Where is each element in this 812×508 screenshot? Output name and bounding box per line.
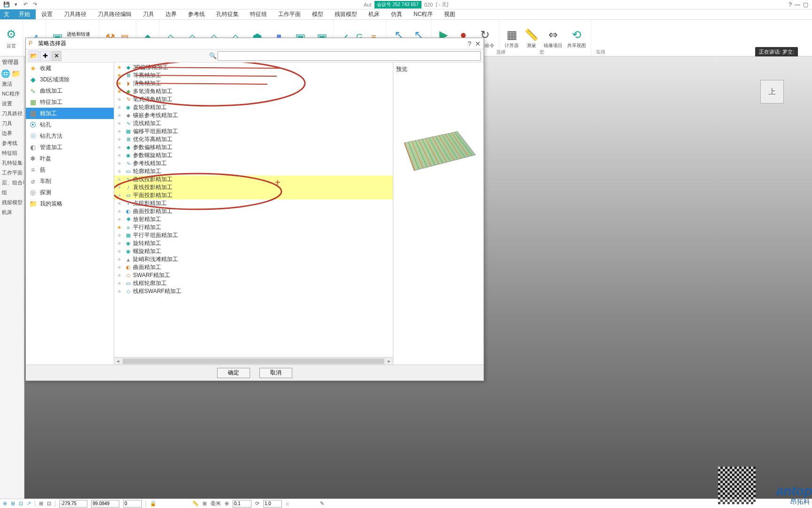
fav-star-icon[interactable]: ★ [117, 208, 124, 214]
strategy-item-26[interactable]: ★◇SWARF精加工 [114, 271, 393, 279]
fav-star-icon[interactable]: ★ [117, 224, 124, 230]
lock-icon[interactable]: 🔒 [150, 500, 156, 507]
fav-star-icon[interactable]: ★ [117, 232, 124, 238]
share-icon[interactable]: ⟲ [569, 27, 584, 42]
sidebar-item-5[interactable]: 边界 [0, 128, 24, 138]
sidebar-item-13[interactable]: 机床 [0, 207, 24, 217]
ruler-icon[interactable]: 📏 [192, 500, 199, 507]
category-item-5[interactable]: ⦿钻孔 [26, 119, 114, 130]
strategy-item-28[interactable]: ★◇线框SWARF精加工 [114, 287, 393, 295]
menu-model[interactable]: 模型 [306, 9, 329, 19]
fav-star-icon[interactable]: ★ [117, 152, 124, 159]
strategy-item-24[interactable]: ★▲陡峭和浅滩精加工 [114, 255, 393, 263]
menu-start[interactable]: 开始 [13, 9, 36, 19]
settings-icon[interactable]: ⚙ [4, 27, 19, 42]
category-item-11[interactable]: ◎探测 [26, 187, 114, 198]
grid-icon[interactable]: ⊞ [39, 500, 43, 507]
globe-icon[interactable]: 🌐 [1, 69, 10, 78]
strategy-item-9[interactable]: ★≣优化等高精加工 [114, 135, 393, 143]
sidebar-item-6[interactable]: 参考线 [0, 138, 24, 148]
strategy-item-25[interactable]: ★◐曲面精加工 [114, 263, 393, 271]
delete-btn[interactable]: ✕ [51, 51, 62, 61]
fav-star-icon[interactable]: ★ [117, 184, 124, 190]
snap4-icon[interactable]: ↗ [27, 500, 31, 507]
strategy-item-4[interactable]: ★✎笔式清角精加工 [114, 95, 393, 103]
strategy-item-14[interactable]: ★∿曲线投影精加工 [114, 175, 393, 183]
menu-nc[interactable]: NC程序 [408, 9, 438, 19]
open-folder-btn[interactable]: 📂 [29, 51, 39, 61]
fav-star-icon[interactable]: ★ [117, 264, 124, 270]
strategy-item-16[interactable]: ★▭平面投影精加工 [114, 191, 393, 199]
menu-machine[interactable]: 机床 [363, 9, 385, 19]
x-input[interactable] [59, 500, 87, 508]
menu-sim[interactable]: 仿真 [385, 9, 408, 19]
circle-icon[interactable]: ○ [286, 501, 289, 507]
menu-plane[interactable]: 工作平面 [273, 9, 306, 19]
save-icon[interactable]: 💾 [3, 1, 10, 8]
strategy-item-27[interactable]: ★▭线框轮廓加工 [114, 279, 393, 287]
strategy-item-1[interactable]: ★≣等高精加工 [114, 71, 393, 79]
strategy-item-8[interactable]: ★▦偏移平坦面精加工 [114, 127, 393, 135]
maximize-icon[interactable]: ▢ [803, 1, 808, 8]
ok-button[interactable]: 确定 [217, 368, 250, 378]
fav-star-icon[interactable]: ★ [117, 280, 124, 286]
category-item-4[interactable]: ▨精加工 [26, 108, 114, 119]
sidebar-item-8[interactable]: 孔特征集 [0, 158, 24, 168]
h-scrollbar[interactable] [114, 357, 393, 365]
strategy-item-12[interactable]: ★∿参考线精加工 [114, 159, 393, 167]
strategy-item-15[interactable]: ★/直线投影精加工 [114, 183, 393, 191]
strategy-item-7[interactable]: ★∿流线精加工 [114, 119, 393, 127]
fav-star-icon[interactable]: ★ [117, 256, 124, 262]
strategy-item-19[interactable]: ★✱放射精加工 [114, 215, 393, 223]
fav-star-icon[interactable]: ★ [117, 72, 124, 79]
menu-refline[interactable]: 参考线 [182, 9, 211, 19]
strategy-item-5[interactable]: ★◉盘轮廓精加工 [114, 103, 393, 111]
category-item-7[interactable]: ◐管道加工 [26, 142, 114, 153]
snap2-icon[interactable]: ⊞ [11, 500, 15, 507]
fav-star-icon[interactable]: ★ [117, 288, 124, 294]
sidebar-item-3[interactable]: 刀具路径 [0, 109, 24, 119]
menu-toolpath[interactable]: 刀具路径 [58, 9, 92, 19]
help-icon[interactable]: ? [789, 1, 792, 8]
target-icon[interactable]: ⊕ [225, 500, 229, 507]
fav-star-icon[interactable]: ★ [117, 216, 124, 222]
fav-star-icon[interactable]: ★ [117, 64, 124, 71]
link-icon[interactable]: ⟳ [255, 500, 259, 507]
fav-star-icon[interactable]: ★ [117, 200, 124, 206]
category-item-0[interactable]: ★收藏 [26, 63, 114, 74]
y-input[interactable] [91, 500, 119, 508]
minimize-icon[interactable]: — [795, 1, 800, 8]
fav-star-icon[interactable]: ★ [117, 104, 124, 111]
strategy-item-13[interactable]: ★▭轮廓精加工 [114, 167, 393, 175]
sidebar-item-0[interactable]: 激活 [0, 79, 24, 89]
sidebar-item-1[interactable]: NC程序 [0, 89, 24, 99]
menu-settings[interactable]: 设置 [36, 9, 58, 19]
menu-toolpath-edit[interactable]: 刀具路径编辑 [92, 9, 137, 19]
category-item-10[interactable]: ⌀车削 [26, 175, 114, 187]
fav-star-icon[interactable]: ★ [117, 240, 124, 246]
strategy-item-2[interactable]: ★◗清角精加工 [114, 79, 393, 87]
sidebar-item-10[interactable]: 层、组合和 [0, 178, 24, 188]
sidebar-item-9[interactable]: 工作平面 [0, 168, 24, 178]
menu-tool[interactable]: 刀具 [137, 9, 160, 19]
search-input[interactable] [218, 51, 481, 61]
strategy-item-10[interactable]: ★◆参数偏移精加工 [114, 143, 393, 151]
category-item-9[interactable]: ≡筋 [26, 164, 114, 175]
dropdown-icon[interactable]: ▾ [12, 1, 20, 8]
strategy-item-17[interactable]: ★•点投影精加工 [114, 199, 393, 207]
redo-icon[interactable]: ↷ [31, 1, 39, 8]
tol-input[interactable] [233, 500, 251, 508]
fav-star-icon[interactable]: ★ [117, 248, 124, 254]
grid2-icon[interactable]: ⊡ [47, 500, 51, 507]
strategy-item-20[interactable]: ★≡平行精加工 [114, 223, 393, 231]
fav-star-icon[interactable]: ★ [117, 96, 124, 103]
dialog-close-icon[interactable]: ✕ [475, 40, 481, 48]
strategy-item-3[interactable]: ★◆多笔清角精加工 [114, 87, 393, 95]
sidebar-item-7[interactable]: 特征组 [0, 148, 24, 158]
fav-star-icon[interactable]: ★ [117, 176, 124, 183]
strategy-item-18[interactable]: ★◐曲面投影精加工 [114, 207, 393, 215]
category-item-3[interactable]: ▦特征加工 [26, 96, 114, 108]
strategy-item-22[interactable]: ★◉旋转精加工 [114, 239, 393, 247]
category-item-2[interactable]: ∿曲线加工 [26, 85, 114, 96]
fav-star-icon[interactable]: ★ [117, 144, 124, 151]
